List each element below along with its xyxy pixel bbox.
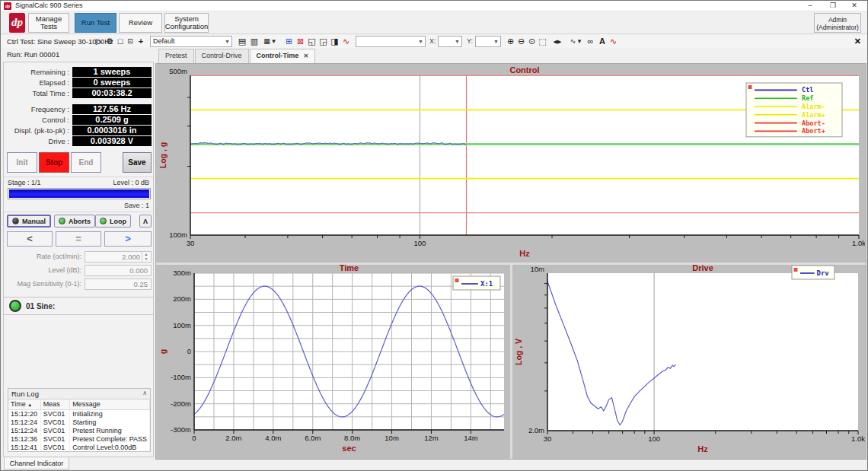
sweep-hold-button[interactable]: =: [56, 231, 101, 247]
level-label: Level : 0 dB: [113, 179, 149, 186]
tab-control-time[interactable]: Control-Time✕: [250, 49, 316, 63]
run-log-header-row[interactable]: Time ▲ Meas Message: [8, 399, 150, 409]
svg-text:100: 100: [414, 239, 426, 247]
svg-text:100: 100: [648, 434, 660, 443]
run-log-title[interactable]: Run Log∧: [8, 389, 150, 399]
cursor-max-icon[interactable]: ◲: [318, 36, 328, 47]
svg-text:Ref: Ref: [802, 94, 813, 102]
end-button[interactable]: End: [71, 152, 101, 173]
level-field[interactable]: 0.000: [85, 265, 152, 276]
column-message[interactable]: Message: [70, 399, 150, 409]
remove-cursor-icon[interactable]: ⊠: [295, 36, 305, 47]
tab-control-drive[interactable]: Control-Drive: [195, 49, 249, 63]
cursor-min-icon[interactable]: ◱: [307, 36, 317, 47]
trace-select[interactable]: ▼: [356, 36, 426, 47]
save-layout-icon[interactable]: ▤: [237, 36, 247, 47]
readout-value: 127.56 Hz: [72, 104, 152, 114]
save-button[interactable]: Save: [123, 152, 152, 173]
svg-text:Ctl: Ctl: [802, 86, 813, 94]
window-icon[interactable]: ⊡: [126, 36, 135, 47]
link-icon[interactable]: ∞: [586, 36, 595, 47]
ctrl-test-label: Ctrl Test: Sine Sweep 30-1000Hz: [7, 37, 113, 46]
control-chart[interactable]: 301001.0k500m100mControlHzLog , gCtlRefA…: [157, 65, 865, 263]
column-meas[interactable]: Meas: [40, 399, 69, 409]
svg-text:Log , g: Log , g: [158, 142, 168, 168]
frame-icon[interactable]: □: [116, 36, 125, 47]
stop-button[interactable]: Stop: [39, 152, 69, 173]
cursor-peak-icon[interactable]: ◨: [330, 36, 340, 47]
tab-close-icon[interactable]: ✕: [303, 53, 308, 59]
chevron-down-icon: ▼: [418, 37, 423, 47]
svg-text:0: 0: [192, 434, 196, 442]
spinner-icon[interactable]: ▲▼: [142, 252, 150, 262]
svg-text:300m: 300m: [173, 269, 191, 277]
zoom-in-icon[interactable]: ⊕: [506, 36, 515, 47]
tab-system-configuration[interactable]: System Configuration: [164, 13, 209, 33]
svg-text:10m: 10m: [385, 434, 399, 442]
manual-led-icon: [12, 218, 19, 224]
time-chart[interactable]: 02.0m4.0m6.0m8.0m10m12m14m300m200m100m0-…: [157, 265, 510, 458]
trace-icon[interactable]: ∿: [608, 36, 618, 47]
run-log-row[interactable]: 15:12:24SVC01Pretest Running: [8, 426, 150, 434]
maximize-button[interactable]: ❐: [823, 1, 843, 11]
loop-toggle[interactable]: Loop: [95, 215, 131, 228]
run-log-row[interactable]: 15:12:20SVC01Initializing: [8, 409, 150, 418]
collapse-caret-button[interactable]: Λ: [139, 215, 152, 228]
init-button[interactable]: Init: [7, 152, 37, 173]
tab-pretest[interactable]: Pretest: [158, 49, 194, 63]
toggle-label: Aborts: [69, 218, 91, 225]
drive-chart[interactable]: 301001.0k10m2.0mDriveHzLog , VDrv: [512, 265, 866, 458]
zoom-box-icon[interactable]: ⊙: [527, 36, 537, 47]
run-log-row[interactable]: 15:12:36SVC01Pretest Complete: PASS: [8, 434, 150, 443]
svg-text:2.0m: 2.0m: [225, 434, 241, 442]
x-range-select[interactable]: ▼: [438, 36, 462, 47]
chevron-down-icon: ▼: [455, 37, 460, 47]
expand-horizontal-icon[interactable]: ◀▶: [550, 36, 564, 47]
add-icon[interactable]: +: [136, 36, 145, 47]
open-layout-icon[interactable]: ▥: [249, 36, 260, 47]
close-button[interactable]: ✕: [844, 1, 864, 11]
channel-row[interactable]: 01 Sine:: [4, 297, 153, 315]
zoom-out-icon[interactable]: ⊖: [516, 36, 526, 47]
svg-text:Drive: Drive: [692, 265, 713, 272]
channel-led-icon: [9, 300, 21, 312]
y-axis-label: Y:: [467, 37, 473, 45]
readout-total-time: Total Time :00:03:38.2: [4, 88, 153, 99]
tab-manage-tests[interactable]: Manage Tests: [28, 13, 69, 33]
sweep-up-button[interactable]: >: [104, 231, 152, 247]
run-log-row[interactable]: 15:12:24SVC01Starting: [8, 418, 150, 426]
folder-menu-icon[interactable]: ▦ ▾: [261, 36, 278, 47]
svg-text:1.0k: 1.0k: [852, 239, 865, 247]
autoscale-icon[interactable]: ⬚: [538, 36, 547, 47]
svg-text:Control: Control: [509, 65, 539, 75]
level-progress-fill: [9, 189, 149, 198]
run-log-table: Time ▲ Meas Message 15:12:20SVC01Initial…: [8, 399, 150, 451]
run-log-row[interactable]: 15:12:41SVC01Control Level:0.00dB: [8, 443, 150, 451]
y-range-select[interactable]: ▼: [475, 36, 501, 47]
svg-text:8.0m: 8.0m: [344, 434, 360, 442]
svg-text:Abort+: Abort+: [802, 127, 825, 135]
tab-run-test[interactable]: Run Test: [75, 13, 116, 33]
harmonic-cursor-icon[interactable]: ∿: [341, 36, 351, 47]
wave-menu-icon[interactable]: ∿ ▾: [567, 36, 584, 47]
collapse-icon[interactable]: ∧: [142, 390, 147, 396]
rate-field-row: Rate (oct/min): 2.000▲▼: [4, 251, 153, 263]
admin-button[interactable]: Admin (Administrator): [814, 13, 861, 33]
readout-value: 1 sweeps: [72, 67, 152, 77]
aborts-toggle[interactable]: Aborts: [54, 215, 95, 228]
readout-elapsed: Elapsed :0 sweeps: [4, 78, 153, 88]
column-time[interactable]: Time ▲: [8, 399, 40, 409]
panel-close-icon[interactable]: ✕: [854, 37, 861, 46]
mag-sensitivity-field[interactable]: 0.25: [85, 278, 152, 290]
add-cursor-icon[interactable]: ⊞: [284, 36, 294, 47]
rate-field-label: Rate (oct/min):: [4, 253, 81, 260]
annotate-icon[interactable]: A: [598, 36, 607, 47]
minimize-button[interactable]: –: [800, 1, 820, 11]
preset-select[interactable]: Default▼: [150, 36, 232, 47]
channel-indicator-tab[interactable]: Channel Indicator: [4, 458, 69, 469]
readout-label: Drive :: [4, 137, 69, 145]
rate-field[interactable]: 2.000▲▼: [85, 251, 152, 263]
sweep-down-button[interactable]: <: [7, 231, 53, 247]
tab-review[interactable]: Review: [119, 13, 162, 33]
manual-toggle[interactable]: Manual: [7, 215, 51, 228]
